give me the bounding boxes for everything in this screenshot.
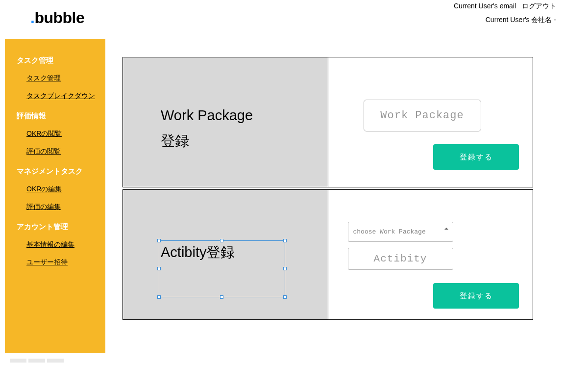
work-package-register-button[interactable]: 登録する: [433, 144, 519, 170]
content: Work Package 登録 登録する Actibity登録: [122, 57, 533, 320]
company-name: Current User's 会社名 -: [450, 16, 556, 25]
bottom-tabs: [10, 359, 64, 363]
work-package-title: Work Package 登録: [161, 103, 253, 154]
resize-handle-mr[interactable]: [283, 267, 287, 270]
sidebar-section-account: アカウント管理: [17, 222, 105, 232]
resize-handle-tr[interactable]: [283, 239, 287, 242]
sidebar-item-task-breakdown[interactable]: タスクブレイクダウン: [26, 92, 105, 101]
sidebar-section-hyouka: 評価情報: [17, 111, 105, 121]
wp-title-line1: Work Package: [161, 107, 253, 123]
body: タスク管理 タスク管理 タスクブレイクダウン 評価情報 OKRの閲覧 評価の閲覧…: [5, 39, 583, 355]
sidebar-item-hyouka-edit[interactable]: 評価の編集: [26, 203, 105, 211]
sliver-2: [28, 359, 45, 363]
work-package-card: Work Package 登録 登録する: [122, 57, 533, 187]
sidebar-item-hyouka-view[interactable]: 評価の閲覧: [26, 147, 105, 156]
logo-text: bubble: [34, 9, 84, 26]
activity-title-panel[interactable]: Actibity登録: [123, 190, 328, 319]
work-package-select-wrap: choose Work Package: [348, 222, 453, 242]
resize-handle-ml[interactable]: [157, 267, 161, 270]
resize-handle-br[interactable]: [283, 295, 287, 299]
sidebar-item-okr-view[interactable]: OKRの閲覧: [26, 130, 105, 138]
sidebar-item-okr-edit[interactable]: OKRの編集: [26, 185, 105, 194]
wp-title-line2: 登録: [161, 133, 189, 149]
resize-handle-bm[interactable]: [220, 295, 223, 299]
work-package-input[interactable]: [364, 100, 481, 131]
work-package-form-panel: 登録する: [328, 57, 533, 187]
work-package-select[interactable]: choose Work Package: [348, 222, 453, 242]
sliver-3: [47, 359, 64, 363]
sidebar-item-user-invite[interactable]: ユーザー招待: [26, 258, 105, 267]
work-package-title-panel: Work Package 登録: [123, 57, 328, 187]
sliver-1: [10, 359, 26, 363]
activity-form-panel: choose Work Package 登録する: [328, 190, 533, 319]
resize-handle-tl[interactable]: [157, 239, 161, 242]
user-email: Current User's email: [454, 2, 516, 10]
sidebar-section-management: マネジメントタスク: [17, 167, 105, 176]
header: .bubble Current User's email ログアウト Curre…: [0, 0, 588, 39]
activity-register-button[interactable]: 登録する: [433, 283, 519, 309]
logout-link[interactable]: ログアウト: [522, 2, 556, 10]
activity-input[interactable]: [348, 248, 453, 270]
sidebar-section-task: タスク管理: [17, 56, 105, 65]
header-right: Current User's email ログアウト Current User'…: [450, 2, 556, 25]
sidebar: タスク管理 タスク管理 タスクブレイクダウン 評価情報 OKRの閲覧 評価の閲覧…: [5, 39, 105, 353]
activity-card: Actibity登録 choose Work Package: [122, 189, 533, 320]
resize-handle-tm[interactable]: [220, 239, 223, 242]
logo: .bubble: [30, 9, 84, 27]
selection-outline[interactable]: [159, 240, 285, 297]
sidebar-item-basic-info[interactable]: 基本情報の編集: [26, 240, 105, 249]
sidebar-item-task-kanri[interactable]: タスク管理: [26, 74, 105, 83]
resize-handle-bl[interactable]: [157, 295, 161, 299]
